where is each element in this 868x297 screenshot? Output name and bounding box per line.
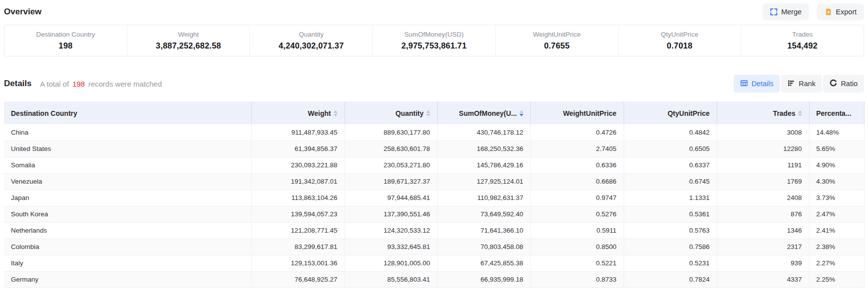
cell-quantity: 189,671,327.37: [345, 173, 437, 190]
cell-destination-country: Somalia: [4, 157, 251, 173]
cell-trades: 2408: [717, 190, 809, 206]
export-button-label: Export: [836, 8, 857, 16]
table-row-united-states: United States61,394,856.37258,630,601.78…: [4, 141, 864, 157]
cell-weightunitprice: 0.5221: [530, 255, 624, 271]
cell-trades: 3008: [717, 124, 809, 141]
cell-quantity: 124,320,533.12: [345, 222, 437, 239]
view-button-label: Details: [752, 80, 773, 88]
cell-weightunitprice: 0.5276: [530, 206, 624, 222]
stat-quantity: Quantity4,240,302,071.37: [249, 25, 372, 56]
cell-weightunitprice: 0.6336: [530, 157, 624, 173]
export-icon: [824, 8, 832, 16]
stat-value: 198: [4, 41, 127, 50]
cell-sumofmoney-u: 71,641,366.10: [437, 222, 530, 239]
cell-sumofmoney-u: 110,982,631.37: [437, 190, 530, 206]
column-header-label: QtyUnitPrice: [668, 109, 710, 117]
cell-sumofmoney-u: 127,925,124.01: [437, 173, 530, 190]
cell-quantity: 258,630,601.78: [345, 141, 437, 157]
records-summary: A total of198records were matched: [40, 80, 162, 88]
section-title-details: Details: [4, 79, 32, 89]
table-row-china: China911,487,933.45889,630,177.80430,746…: [4, 124, 864, 141]
view-button-label: Rank: [799, 80, 815, 88]
cell-weight: 113,863,104.26: [251, 190, 345, 206]
cell-quantity: 85,556,803.41: [345, 271, 437, 288]
cell-trades: 1769: [717, 173, 809, 190]
cell-sumofmoney-u: 145,786,429.16: [437, 157, 530, 173]
column-header-qtyunitprice: QtyUnitPrice: [624, 101, 717, 124]
table-icon: [740, 79, 748, 89]
stat-value: 3,887,252,682.58: [127, 41, 250, 50]
merge-icon: [770, 8, 778, 16]
overview-stats-card: Destination Country198Weight3,887,252,68…: [4, 25, 864, 56]
cell-qtyunitprice: 0.7586: [624, 239, 717, 255]
cell-destination-country: Venezuela: [4, 173, 251, 190]
summary-suffix: records were matched: [88, 80, 162, 88]
stat-label: Trades: [741, 31, 864, 38]
cell-percenta: 4.30%: [809, 173, 864, 190]
top-bar: Overview Merge Export: [4, 0, 864, 19]
top-actions: Merge Export: [762, 3, 864, 20]
export-button[interactable]: Export: [817, 3, 864, 20]
view-switcher: DetailsRankRatio: [734, 75, 864, 93]
cell-weightunitprice: 0.5911: [530, 222, 624, 239]
table-row-colombia: Colombia83,299,617.8193,332,645.8170,803…: [4, 239, 864, 255]
view-button-label: Ratio: [841, 80, 858, 88]
cell-trades: 1346: [717, 222, 809, 239]
cell-destination-country: Netherlands: [4, 222, 251, 239]
cell-qtyunitprice: 0.6505: [624, 141, 717, 157]
cell-destination-country: Colombia: [4, 239, 251, 255]
cell-qtyunitprice: 1.1331: [624, 190, 717, 206]
cell-destination-country: China: [4, 124, 251, 141]
column-header-quantity[interactable]: Quantity: [345, 101, 437, 124]
cell-destination-country: Italy: [4, 255, 251, 271]
cell-percenta: 2.27%: [809, 255, 864, 271]
cell-weight: 139,594,057.23: [251, 206, 345, 222]
table-row-italy: Italy129,153,001.36128,901,005.0067,425,…: [4, 255, 864, 271]
table-row-japan: Japan113,863,104.2697,944,685.41110,982,…: [4, 190, 864, 206]
column-header-destination-country: Destination Country: [4, 101, 251, 124]
stat-destination-country: Destination Country198: [4, 25, 127, 56]
column-header-label: Destination Country: [11, 109, 77, 117]
cell-weightunitprice: 0.9747: [530, 190, 624, 206]
cell-weight: 230,093,221.88: [251, 157, 345, 173]
column-header-trades[interactable]: Trades: [717, 101, 809, 124]
cell-percenta: 2.47%: [809, 206, 864, 222]
table-header-row: Destination CountryWeightQuantitySumOfMo…: [4, 101, 864, 124]
table-row-somalia: Somalia230,093,221.88230,053,271.80145,7…: [4, 157, 864, 173]
cell-weightunitprice: 0.8733: [530, 271, 624, 288]
stat-trades: Trades154,492: [741, 25, 864, 56]
cell-percenta: 14.48%: [809, 124, 864, 141]
cell-qtyunitprice: 0.5361: [624, 206, 717, 222]
column-header-sumofmoney-u[interactable]: SumOfMoney(U...: [437, 101, 530, 124]
view-button-details[interactable]: Details: [734, 75, 780, 93]
stat-label: Destination Country: [4, 31, 127, 38]
table-row-germany: Germany76,648,925.2785,556,803.4166,935,…: [4, 271, 864, 288]
cell-destination-country: South Korea: [4, 206, 251, 222]
table-row-venezuela: Venezuela191,342,087.01189,671,327.37127…: [4, 173, 864, 190]
details-bar: Details A total of198records were matche…: [4, 74, 864, 93]
cell-quantity: 128,901,005.00: [345, 255, 437, 271]
cell-qtyunitprice: 0.4842: [624, 124, 717, 141]
stat-value: 154,492: [741, 41, 864, 50]
column-header-weight[interactable]: Weight: [251, 101, 345, 124]
cell-weight: 191,342,087.01: [251, 173, 345, 190]
cell-sumofmoney-u: 67,425,855.38: [437, 255, 530, 271]
stat-label: QtyUnitPrice: [619, 31, 741, 38]
merge-button[interactable]: Merge: [762, 3, 809, 20]
view-button-rank[interactable]: Rank: [781, 75, 822, 93]
cell-percenta: 3.73%: [809, 190, 864, 206]
column-header-label: Trades: [773, 109, 795, 117]
view-button-ratio[interactable]: Ratio: [823, 75, 864, 93]
cell-quantity: 93,332,645.81: [345, 239, 437, 255]
cell-trades: 1191: [717, 157, 809, 173]
cell-percenta: 2.25%: [809, 271, 864, 288]
stat-qtyunitprice: QtyUnitPrice0.7018: [618, 25, 741, 56]
stat-sumofmoney-usd: SumOfMoney(USD)2,975,753,861.71: [372, 25, 495, 56]
cell-destination-country: United States: [4, 141, 251, 157]
cell-quantity: 889,630,177.80: [345, 124, 437, 141]
stat-weightunitprice: WeightUnitPrice0.7655: [495, 25, 618, 56]
column-header-label: Percenta...: [816, 109, 852, 117]
table-row-netherlands: Netherlands121,208,771.45124,320,533.127…: [4, 222, 864, 239]
cell-quantity: 230,053,271.80: [345, 157, 437, 173]
cell-destination-country: Japan: [4, 190, 251, 206]
